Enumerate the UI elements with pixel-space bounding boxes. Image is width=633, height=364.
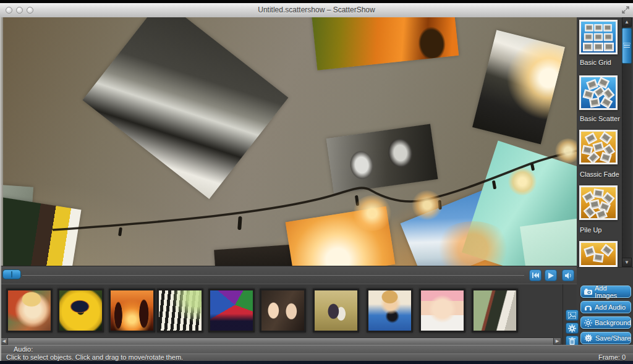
filmstrip-thumbnail[interactable]: [6, 289, 53, 332]
speaker-icon: [565, 273, 572, 279]
scroll-up-button[interactable]: ▲: [622, 17, 632, 27]
save-share-button[interactable]: Save/Share: [580, 332, 631, 344]
add-audio-label: Add Audio: [595, 303, 626, 311]
timeline-bar[interactable]: [0, 266, 577, 284]
filmstrip-thumbnail[interactable]: [260, 289, 306, 332]
window-title: Untitled.scattershow – ScatterShow: [0, 6, 633, 14]
scrollbar-grip-lines: [624, 43, 630, 44]
background-button[interactable]: Background: [580, 316, 631, 329]
trash-icon: [569, 337, 576, 345]
volume-button[interactable]: [562, 269, 574, 281]
skip-to-start-icon: [532, 273, 539, 278]
scroll-down-button[interactable]: ▼: [622, 258, 632, 267]
gear-icon: [568, 324, 576, 332]
filmstrip-thumbnail[interactable]: [109, 289, 155, 332]
window-left-edge: [0, 17, 1, 361]
scattershow-window: Untitled.scattershow – ScatterShow: [0, 0, 633, 364]
settings-button[interactable]: [566, 323, 579, 334]
background-label: Background: [595, 319, 631, 326]
filmstrip-thumbnail[interactable]: [57, 289, 104, 332]
template-classic-fade[interactable]: [579, 130, 618, 164]
headphones-icon: [584, 303, 592, 311]
hint-status-bar: Click to select objects. Click and drag …: [0, 353, 633, 361]
save-share-label: Save/Share: [595, 334, 631, 342]
preview-canvas[interactable]: [0, 17, 577, 266]
panel-divider: [563, 284, 563, 345]
play-icon: [548, 273, 554, 279]
timeline-track[interactable]: [22, 274, 524, 276]
camera-icon: [584, 289, 592, 295]
template-sidebar: Basic Grid Basic Scatter: [577, 17, 633, 345]
add-images-button[interactable]: Add Images: [580, 286, 631, 298]
share-star-icon: [584, 334, 593, 342]
filmstrip-thumbnail[interactable]: [367, 289, 413, 332]
audio-label: Audio:: [14, 345, 33, 353]
frame-counter: Frame: 0: [598, 354, 626, 361]
template-basic-scatter[interactable]: [579, 75, 618, 110]
desktop-strip: [0, 361, 633, 364]
template-pile-up[interactable]: [579, 185, 618, 220]
filmstrip-thumbnail[interactable]: [208, 289, 255, 332]
add-audio-button[interactable]: Add Audio: [580, 301, 631, 313]
template-partial[interactable]: [579, 241, 618, 267]
template-basic-grid[interactable]: [579, 20, 618, 54]
add-images-label: Add Images: [595, 284, 631, 299]
timeline-scrubber-handle[interactable]: [2, 269, 21, 279]
filmstrip-thumbnail[interactable]: [313, 289, 359, 332]
filmstrip-thumbnail[interactable]: [419, 289, 465, 332]
filmstrip-thumbnail[interactable]: [472, 289, 518, 332]
filmstrip-thumbnail[interactable]: [157, 289, 203, 332]
filmstrip-scrollbar-track[interactable]: [0, 337, 561, 345]
audio-status-bar: Audio:: [0, 345, 633, 353]
template-scrollbar-thumb[interactable]: [622, 28, 632, 64]
window-titlebar[interactable]: Untitled.scattershow – ScatterShow: [0, 3, 633, 18]
hint-text: Click to select objects. Click and drag …: [6, 353, 183, 361]
string-lights: [0, 17, 577, 266]
image-icon: [568, 312, 576, 319]
play-button[interactable]: [545, 269, 557, 281]
filmstrip-panel: ◀ ▶: [0, 284, 577, 345]
image-options-button[interactable]: [566, 310, 579, 321]
fullscreen-icon[interactable]: [622, 6, 629, 14]
filmstrip-scroll-right-button[interactable]: ▶: [553, 337, 561, 345]
skip-to-start-button[interactable]: [529, 269, 542, 281]
sun-icon: [584, 319, 592, 327]
